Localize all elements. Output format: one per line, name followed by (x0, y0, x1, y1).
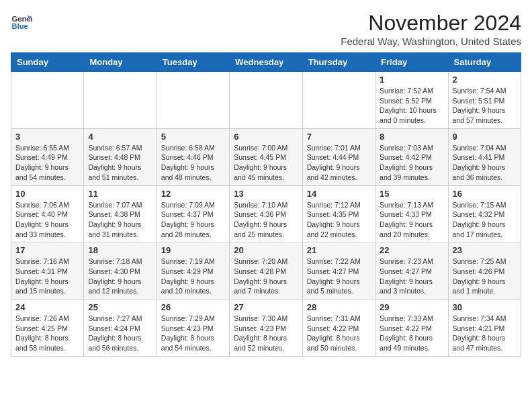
calendar-cell: 1Sunrise: 7:52 AM Sunset: 5:52 PM Daylig… (375, 72, 448, 129)
day-number: 11 (88, 189, 152, 199)
calendar-cell: 17Sunrise: 7:16 AM Sunset: 4:31 PM Dayli… (11, 242, 84, 300)
day-info: Sunrise: 7:00 AM Sunset: 4:45 PM Dayligh… (234, 143, 298, 183)
day-number: 6 (234, 132, 298, 142)
day-info: Sunrise: 7:06 AM Sunset: 4:40 PM Dayligh… (15, 200, 79, 240)
day-info: Sunrise: 7:03 AM Sunset: 4:42 PM Dayligh… (380, 143, 443, 183)
day-number: 23 (453, 245, 517, 255)
calendar-cell: 29Sunrise: 7:33 AM Sunset: 4:22 PM Dayli… (375, 300, 448, 357)
weekday-header-friday: Friday (375, 53, 448, 72)
page-header: General Blue November 2024 Federal Way, … (11, 11, 521, 47)
calendar-cell: 2Sunrise: 7:54 AM Sunset: 5:51 PM Daylig… (448, 72, 521, 129)
day-number: 10 (15, 189, 79, 199)
weekday-header-thursday: Thursday (302, 53, 375, 72)
calendar-week-row: 17Sunrise: 7:16 AM Sunset: 4:31 PM Dayli… (11, 242, 521, 300)
day-number: 20 (234, 245, 298, 255)
day-number: 13 (234, 189, 298, 199)
weekday-header-wednesday: Wednesday (230, 53, 302, 72)
calendar-cell: 4Sunrise: 6:57 AM Sunset: 4:48 PM Daylig… (84, 128, 157, 185)
calendar-cell (230, 72, 302, 129)
calendar-cell: 15Sunrise: 7:13 AM Sunset: 4:33 PM Dayli… (375, 185, 448, 242)
day-info: Sunrise: 7:16 AM Sunset: 4:31 PM Dayligh… (15, 257, 79, 296)
day-number: 15 (380, 189, 443, 199)
day-info: Sunrise: 7:29 AM Sunset: 4:23 PM Dayligh… (161, 314, 225, 353)
day-info: Sunrise: 7:27 AM Sunset: 4:24 PM Dayligh… (88, 314, 152, 353)
weekday-header-tuesday: Tuesday (157, 53, 229, 72)
location-subtitle: Federal Way, Washington, United States (341, 36, 521, 47)
calendar-cell: 9Sunrise: 7:04 AM Sunset: 4:41 PM Daylig… (448, 128, 521, 185)
day-info: Sunrise: 7:25 AM Sunset: 4:26 PM Dayligh… (453, 257, 517, 296)
day-info: Sunrise: 7:26 AM Sunset: 4:25 PM Dayligh… (15, 314, 79, 353)
day-number: 1 (380, 75, 443, 85)
day-number: 16 (453, 189, 517, 199)
calendar-cell: 11Sunrise: 7:07 AM Sunset: 4:38 PM Dayli… (84, 185, 157, 242)
calendar-week-row: 24Sunrise: 7:26 AM Sunset: 4:25 PM Dayli… (11, 300, 521, 357)
day-info: Sunrise: 7:10 AM Sunset: 4:36 PM Dayligh… (234, 200, 298, 240)
day-info: Sunrise: 7:22 AM Sunset: 4:27 PM Dayligh… (307, 257, 371, 296)
weekday-header-row: SundayMondayTuesdayWednesdayThursdayFrid… (11, 53, 521, 72)
calendar-cell: 3Sunrise: 6:55 AM Sunset: 4:49 PM Daylig… (11, 128, 84, 185)
day-number: 26 (161, 302, 225, 312)
calendar-cell: 14Sunrise: 7:12 AM Sunset: 4:35 PM Dayli… (302, 185, 375, 242)
day-info: Sunrise: 6:57 AM Sunset: 4:48 PM Dayligh… (88, 143, 152, 183)
calendar-week-row: 10Sunrise: 7:06 AM Sunset: 4:40 PM Dayli… (11, 185, 521, 242)
day-info: Sunrise: 7:34 AM Sunset: 4:21 PM Dayligh… (453, 314, 517, 353)
day-number: 19 (161, 245, 225, 255)
day-info: Sunrise: 7:07 AM Sunset: 4:38 PM Dayligh… (88, 200, 152, 240)
title-block: November 2024 Federal Way, Washington, U… (341, 11, 521, 47)
calendar-cell: 30Sunrise: 7:34 AM Sunset: 4:21 PM Dayli… (448, 300, 521, 357)
calendar-cell: 7Sunrise: 7:01 AM Sunset: 4:44 PM Daylig… (302, 128, 375, 185)
day-number: 4 (88, 132, 152, 142)
day-number: 21 (307, 245, 371, 255)
day-info: Sunrise: 7:30 AM Sunset: 4:23 PM Dayligh… (234, 314, 298, 353)
calendar-cell: 16Sunrise: 7:15 AM Sunset: 4:32 PM Dayli… (448, 185, 521, 242)
calendar-cell: 19Sunrise: 7:19 AM Sunset: 4:29 PM Dayli… (157, 242, 229, 300)
calendar-week-row: 1Sunrise: 7:52 AM Sunset: 5:52 PM Daylig… (11, 72, 521, 129)
day-info: Sunrise: 7:19 AM Sunset: 4:29 PM Dayligh… (161, 257, 225, 296)
day-number: 8 (380, 132, 443, 142)
calendar-cell: 12Sunrise: 7:09 AM Sunset: 4:37 PM Dayli… (157, 185, 229, 242)
svg-text:Blue: Blue (12, 22, 28, 30)
day-number: 9 (453, 132, 517, 142)
day-number: 28 (307, 302, 371, 312)
day-number: 29 (380, 302, 443, 312)
calendar-cell: 21Sunrise: 7:22 AM Sunset: 4:27 PM Dayli… (302, 242, 375, 300)
day-number: 3 (15, 132, 79, 142)
day-info: Sunrise: 7:20 AM Sunset: 4:28 PM Dayligh… (234, 257, 298, 296)
calendar-cell: 8Sunrise: 7:03 AM Sunset: 4:42 PM Daylig… (375, 128, 448, 185)
day-number: 27 (234, 302, 298, 312)
day-info: Sunrise: 7:23 AM Sunset: 4:27 PM Dayligh… (380, 257, 443, 296)
day-info: Sunrise: 7:54 AM Sunset: 5:51 PM Dayligh… (453, 86, 517, 126)
calendar-cell: 10Sunrise: 7:06 AM Sunset: 4:40 PM Dayli… (11, 185, 84, 242)
calendar-cell: 24Sunrise: 7:26 AM Sunset: 4:25 PM Dayli… (11, 300, 84, 357)
day-info: Sunrise: 7:12 AM Sunset: 4:35 PM Dayligh… (307, 200, 371, 240)
day-info: Sunrise: 7:04 AM Sunset: 4:41 PM Dayligh… (453, 143, 517, 183)
day-number: 5 (161, 132, 225, 142)
day-info: Sunrise: 7:15 AM Sunset: 4:32 PM Dayligh… (453, 200, 517, 240)
day-number: 25 (88, 302, 152, 312)
logo: General Blue (11, 11, 32, 32)
logo-icon: General Blue (11, 11, 32, 32)
day-number: 7 (307, 132, 371, 142)
calendar-cell: 25Sunrise: 7:27 AM Sunset: 4:24 PM Dayli… (84, 300, 157, 357)
calendar-cell: 6Sunrise: 7:00 AM Sunset: 4:45 PM Daylig… (230, 128, 302, 185)
day-info: Sunrise: 7:09 AM Sunset: 4:37 PM Dayligh… (161, 200, 225, 240)
day-info: Sunrise: 7:33 AM Sunset: 4:22 PM Dayligh… (380, 314, 443, 353)
day-number: 24 (15, 302, 79, 312)
day-number: 22 (380, 245, 443, 255)
day-number: 12 (161, 189, 225, 199)
calendar-cell: 23Sunrise: 7:25 AM Sunset: 4:26 PM Dayli… (448, 242, 521, 300)
day-info: Sunrise: 7:31 AM Sunset: 4:22 PM Dayligh… (307, 314, 371, 353)
day-number: 14 (307, 189, 371, 199)
calendar-cell (84, 72, 157, 129)
calendar-cell: 27Sunrise: 7:30 AM Sunset: 4:23 PM Dayli… (230, 300, 302, 357)
calendar-cell: 20Sunrise: 7:20 AM Sunset: 4:28 PM Dayli… (230, 242, 302, 300)
day-info: Sunrise: 7:13 AM Sunset: 4:33 PM Dayligh… (380, 200, 443, 240)
calendar-cell (157, 72, 229, 129)
day-info: Sunrise: 7:18 AM Sunset: 4:30 PM Dayligh… (88, 257, 152, 296)
calendar-table: SundayMondayTuesdayWednesdayThursdayFrid… (11, 52, 521, 357)
calendar-cell: 5Sunrise: 6:58 AM Sunset: 4:46 PM Daylig… (157, 128, 229, 185)
day-number: 18 (88, 245, 152, 255)
day-number: 17 (15, 245, 79, 255)
calendar-cell: 28Sunrise: 7:31 AM Sunset: 4:22 PM Dayli… (302, 300, 375, 357)
day-info: Sunrise: 6:58 AM Sunset: 4:46 PM Dayligh… (161, 143, 225, 183)
